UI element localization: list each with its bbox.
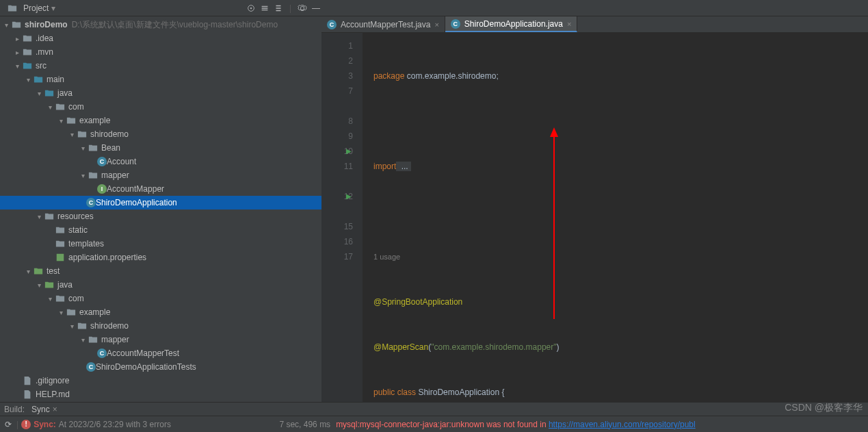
folder-icon [44,279,55,290]
target-icon[interactable] [246,3,257,14]
close-icon[interactable]: × [567,20,571,28]
code-content[interactable]: package com.example.shirodemo; import ..… [363,33,868,402]
tree-item[interactable]: .gitignore [0,374,321,387]
tree-label: .gitignore [36,376,69,385]
tree-item[interactable]: HELP.md [0,387,321,401]
folder-icon [22,33,33,44]
tree-item[interactable]: ▸.idea [0,31,321,45]
tree-arrow[interactable]: ▾ [68,131,75,138]
minimize-icon[interactable]: — [311,3,321,14]
close-icon[interactable]: × [53,405,57,414]
error-message: mysql:mysql-connector-java:jar:unknown w… [336,420,696,429]
tree-label: shirodemo [90,321,129,331]
file-icon [22,389,33,400]
close-icon[interactable]: × [434,21,438,29]
module-icon [11,19,22,30]
run-icon[interactable]: ▶ [346,189,352,204]
tree-arrow[interactable]: ▸ [14,35,21,42]
tree-item[interactable]: ▾example [0,305,321,319]
tree-item[interactable]: CShiroDemoApplicationTests [0,360,321,374]
class-icon: C [97,348,107,358]
folder-icon [33,266,44,277]
collapse-all-icon[interactable] [273,3,284,14]
tree-item[interactable]: application.properties [0,251,321,264]
tree-item[interactable]: static [0,223,321,237]
tree-item[interactable]: ▾java [0,86,321,100]
tree-item[interactable]: ▾example [0,114,321,127]
tree-arrow[interactable]: ▾ [25,76,31,84]
tree-arrow[interactable]: ▾ [36,90,42,97]
tree-label: Bean [101,143,120,153]
tree-label: ShiroDemoApplicationTests [96,362,196,372]
tab-shiro-demo-application[interactable]: C ShiroDemoApplication.java × [445,16,578,32]
build-panel-header[interactable]: Build: Sync × [0,402,868,416]
properties-icon [55,252,66,263]
tree-item[interactable]: ▾mapper [0,168,321,182]
class-icon: C [327,20,337,29]
tree-arrow[interactable]: ▾ [79,172,86,179]
tree-item[interactable]: ▾com [0,292,321,305]
expand-all-icon[interactable] [259,3,270,14]
folder-icon [55,101,66,112]
folder-icon [22,47,33,58]
status-bar: ⟳ | ! Sync: At 2023/2/6 23:29 with 3 err… [0,416,868,432]
tree-label: static [68,225,88,235]
tree-arrow[interactable]: ▾ [14,62,21,70]
tree-item[interactable]: ▾test [0,264,321,278]
tree-item[interactable]: ▾Bean [0,141,321,155]
tree-item[interactable]: templates [0,237,321,251]
tree-root[interactable]: ▾ shiroDemo D:\系统默认\桌面\新建文件夹\vueblog-mas… [0,18,321,31]
tree-arrow[interactable]: ▾ [36,281,42,289]
tree-label: com [68,294,84,303]
run-icon[interactable]: ▶ [346,144,352,159]
chevron-down-icon[interactable]: ▾ [51,3,55,13]
tree-item[interactable]: ▾com [0,100,321,114]
tree-label: HELP.md [36,390,70,399]
tree-arrow[interactable]: ▾ [25,268,31,275]
gear-icon[interactable] [297,3,308,14]
file-icon [22,375,33,386]
tree-arrow[interactable]: ▾ [47,103,53,111]
tree-arrow[interactable]: ▾ [47,295,53,303]
tree-item[interactable]: ▾shirodemo [0,127,321,141]
tree-label: example [79,116,110,125]
folder-icon [66,307,77,318]
refresh-icon[interactable]: ⟳ [0,420,16,429]
folder-icon [77,129,88,140]
project-tree[interactable]: ▾ shiroDemo D:\系统默认\桌面\新建文件夹\vueblog-mas… [0,16,321,402]
error-link[interactable]: https://maven.aliyun.com/repository/publ [549,420,696,429]
tree-arrow[interactable]: ▾ [57,309,64,316]
folder-icon [22,60,33,71]
tree-item[interactable]: ▾main [0,73,321,86]
code-editor[interactable]: 1237 89 10▶ 11 12▶ 151617 package com.ex… [321,33,868,402]
tree-item[interactable]: ▾shirodemo [0,319,321,333]
error-icon: ! [21,420,31,429]
tree-item[interactable]: ▾mapper [0,333,321,346]
class-icon: C [86,198,96,207]
tree-arrow[interactable]: ▾ [79,144,86,152]
editor-tabs: C AccountMapperTest.java × C ShiroDemoAp… [321,16,868,33]
tree-item[interactable]: ▾resources [0,209,321,223]
tree-item[interactable]: IAccountMapper [0,182,321,196]
tree-arrow[interactable]: ▾ [79,336,86,344]
tree-item[interactable]: CAccount [0,155,321,168]
tree-arrow[interactable]: ▸ [14,49,21,56]
tree-item[interactable]: ▾java [0,278,321,292]
tree-item[interactable]: ▾src [0,59,321,73]
tree-label: AccountMapper [107,184,164,194]
tree-label: java [57,280,73,290]
tab-account-mapper-test[interactable]: C AccountMapperTest.java × [321,16,445,32]
project-icon [7,3,18,14]
folder-icon [77,320,88,331]
interface-icon: I [97,184,107,194]
tree-arrow[interactable]: ▾ [68,322,75,330]
tree-label: .idea [36,34,53,43]
tree-arrow[interactable]: ▾ [36,213,42,220]
tree-arrow[interactable]: ▾ [57,117,64,125]
tree-label: src [36,61,47,71]
project-label[interactable]: Project [23,3,49,13]
tree-item[interactable]: ▸.mvn [0,45,321,59]
tree-item[interactable]: CAccountMapperTest [0,346,321,360]
tree-item[interactable]: CShiroDemoApplication [0,196,321,209]
sync-tab[interactable]: Sync [31,405,50,414]
